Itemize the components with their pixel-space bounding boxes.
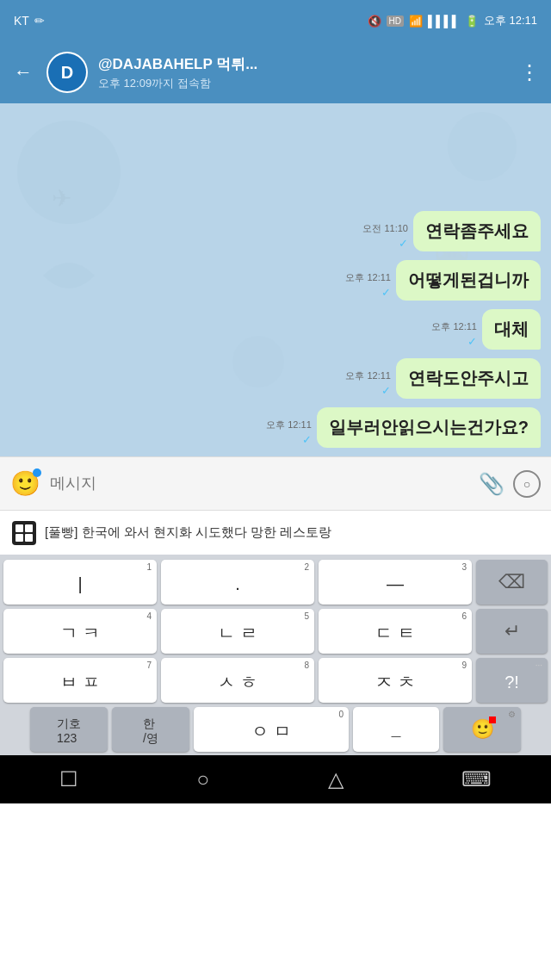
keyboard-row-3: 7 ㅂ ㅍ 8 ㅅ ㅎ 9 ㅈ ㅊ ··· ?!: [3, 658, 548, 703]
enter-icon: ↵: [505, 620, 520, 642]
attach-button[interactable]: 📎: [479, 472, 505, 496]
msg-check-3: ✓: [381, 384, 391, 397]
hd-icon: HD: [387, 16, 404, 27]
backspace-icon: ⌫: [498, 571, 525, 593]
msg-check-2: ✓: [467, 335, 477, 348]
key-2[interactable]: 2 .: [161, 560, 314, 605]
svg-point-0: [17, 121, 121, 224]
key-1[interactable]: 1 |: [3, 560, 157, 605]
keyboard-row-4: 기호123 한/영 0 ㅇ ㅁ ＿ 🙂 ⚙: [3, 707, 548, 752]
msg-check-0: ✓: [399, 237, 408, 250]
enter-button[interactable]: ↵: [476, 609, 548, 654]
message-row-0: 오전 11:10 ✓ 연락좀주세요: [10, 211, 541, 251]
status-bar: KT ✏ 🔇 HD 📶 ▌▌▌▌ 🔋 오후 12:11: [0, 0, 551, 41]
msg-time-3: 오후 12:11: [345, 369, 391, 382]
key-space[interactable]: ＿: [353, 707, 439, 752]
svg-text:✈: ✈: [52, 185, 71, 212]
message-row-2: 오후 12:11 ✓ 대체: [10, 309, 541, 350]
msg-time-2: 오후 12:11: [431, 320, 477, 333]
msg-meta-3: 오후 12:11 ✓: [345, 369, 391, 397]
msg-meta-4: 오후 12:11 ✓: [266, 419, 312, 446]
battery-icon: 🔋: [465, 15, 479, 28]
more-options-button[interactable]: ⋮: [519, 60, 541, 84]
chat-name: @DAJABAHELP 먹튀...: [98, 54, 509, 74]
key-sh[interactable]: 8 ㅅ ㅎ: [161, 658, 314, 703]
msg-check-1: ✓: [381, 286, 391, 299]
home-button[interactable]: ☐: [42, 760, 96, 798]
avatar-inner: D: [48, 53, 86, 91]
time-label: 오후 12:11: [484, 13, 537, 28]
carrier-label: KT: [14, 14, 29, 28]
message-input[interactable]: [50, 468, 470, 500]
avatar-text: D: [61, 63, 73, 83]
msg-time-1: 오후 12:11: [345, 271, 391, 284]
msg-time-0: 오전 11:10: [362, 222, 408, 235]
keyboard-row-2: 4 ㄱ ㅋ 5 ㄴ ㄹ 6 ㄷ ㅌ ↵: [3, 609, 548, 654]
message-row-3: 오후 12:11 ✓ 연락도안주시고: [10, 358, 541, 399]
key-punctuation[interactable]: ··· ?!: [476, 658, 548, 703]
message-row-1: 오후 12:11 ✓ 어떻게된겁니까: [10, 260, 541, 301]
message-bubble-3: 연락도안주시고: [396, 358, 541, 399]
keyboard-row-1: 1 | 2 . 3 — ⌫: [3, 560, 548, 605]
lang-switch-button[interactable]: 한/영: [112, 707, 189, 752]
settings-icon: ⚙: [508, 710, 516, 719]
emoji-keyboard-icon: 🙂: [471, 718, 494, 741]
keyboard: 1 | 2 . 3 — ⌫ 4 ㄱ ㅋ 5 ㄴ ㄹ 6 ㄷ ㅌ ↵: [0, 555, 551, 755]
msg-meta-2: 오후 12:11 ✓: [431, 320, 477, 348]
pencil-icon: ✏: [34, 14, 45, 28]
key-3[interactable]: 3 —: [319, 560, 472, 605]
back-nav-button[interactable]: ○: [179, 760, 226, 798]
avatar: D: [46, 52, 88, 93]
message-bubble-1: 어떻게된겁니까: [396, 260, 541, 301]
camera-button[interactable]: ○: [513, 470, 541, 498]
suggestion-bar[interactable]: [풀빵] 한국에 와서 현지화 시도했다 망한 레스토랑: [0, 510, 551, 555]
msg-meta-1: 오후 12:11 ✓: [345, 271, 391, 299]
message-bubble-2: 대체: [482, 309, 541, 350]
message-bubble-0: 연락좀주세요: [413, 211, 541, 251]
chat-area: ✈ 🐱 오전 11:10 ✓ 연락좀주세요 오후 12:11 ✓ 어떻게된겁니까…: [0, 103, 551, 456]
svg-point-1: [448, 112, 517, 181]
mute-icon: 🔇: [368, 15, 381, 28]
recents-button[interactable]: △: [311, 760, 361, 798]
header-info: @DAJABAHELP 먹튀... 오후 12:09까지 접속함: [98, 54, 509, 91]
msg-check-4: ✓: [302, 433, 312, 446]
bottom-nav: ☐ ○ △ ⌨: [0, 755, 551, 803]
message-row-4: 오후 12:11 ✓ 일부러안읽으시는건가요?: [10, 407, 541, 448]
msg-meta-0: 오전 11:10 ✓: [362, 222, 408, 250]
input-bar: 🙂 📎 ○: [0, 456, 551, 510]
key-gk[interactable]: 4 ㄱ ㅋ: [3, 609, 157, 654]
chat-header: ← D @DAJABAHELP 먹튀... 오후 12:09까지 접속함 ⋮: [0, 41, 551, 103]
message-bubble-4: 일부러안읽으시는건가요?: [317, 407, 541, 448]
key-nr[interactable]: 5 ㄴ ㄹ: [161, 609, 314, 654]
emoji-notification-dot: [33, 468, 41, 477]
emoji-keyboard-button[interactable]: 🙂 ⚙: [443, 707, 521, 752]
keyboard-button[interactable]: ⌨: [444, 760, 509, 798]
emoji-button[interactable]: 🙂: [10, 468, 41, 499]
key-jc[interactable]: 9 ㅈ ㅊ: [319, 658, 472, 703]
suggestion-text: [풀빵] 한국에 와서 현지화 시도했다 망한 레스토랑: [45, 524, 331, 541]
wifi-icon: 📶: [409, 15, 423, 28]
key-om[interactable]: 0 ㅇ ㅁ: [194, 707, 349, 752]
key-dt[interactable]: 6 ㄷ ㅌ: [319, 609, 472, 654]
signal-icon: ▌▌▌▌: [428, 15, 460, 28]
symbols-button[interactable]: 기호123: [30, 707, 108, 752]
back-button[interactable]: ←: [10, 58, 36, 87]
msg-time-4: 오후 12:11: [266, 419, 312, 431]
key-bp[interactable]: 7 ㅂ ㅍ: [3, 658, 157, 703]
status-left: KT ✏: [14, 14, 45, 28]
chat-status: 오후 12:09까지 접속함: [98, 76, 509, 91]
suggestion-icon: [12, 521, 36, 545]
status-right: 🔇 HD 📶 ▌▌▌▌ 🔋 오후 12:11: [368, 13, 537, 28]
backspace-button[interactable]: ⌫: [476, 560, 548, 605]
